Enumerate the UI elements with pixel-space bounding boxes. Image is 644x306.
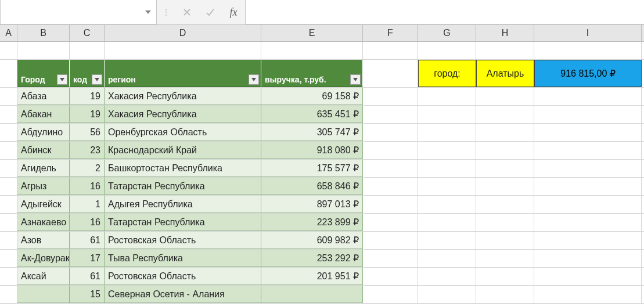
cell-revenue[interactable]: 897 013 ₽ [261, 196, 363, 213]
worksheet[interactable]: A B C D E F G H I Город [0, 25, 644, 306]
column-header-D[interactable]: D [105, 25, 261, 41]
cell-F3[interactable] [363, 88, 418, 105]
cell-F12[interactable] [363, 250, 418, 267]
cell-region[interactable]: Татарстан Республика [105, 178, 261, 195]
lookup-value-cell[interactable]: Алатырь [476, 60, 534, 87]
cell-region[interactable]: Башкортостан Республика [105, 160, 261, 177]
cell-I3[interactable] [534, 88, 642, 105]
cell-city[interactable]: Абинск [17, 142, 70, 159]
cell-city[interactable]: Агидель [17, 160, 70, 177]
cell-H1[interactable] [476, 42, 534, 59]
cell-F10[interactable] [363, 214, 418, 231]
filter-button-region[interactable] [249, 74, 259, 85]
column-header-E[interactable]: E [261, 25, 363, 41]
filter-button-code[interactable] [92, 74, 102, 85]
cell-A11[interactable] [0, 232, 17, 249]
cell-H7[interactable] [476, 160, 534, 177]
cancel-formula-button[interactable] [175, 0, 199, 24]
column-header-F[interactable]: F [363, 25, 418, 41]
column-header-I[interactable]: I [534, 25, 642, 41]
cell-H13[interactable] [476, 268, 534, 285]
cell-A8[interactable] [0, 178, 17, 195]
table-header-city[interactable]: Город [17, 60, 70, 87]
cell-A13[interactable] [0, 268, 17, 285]
cell-I13[interactable] [534, 268, 642, 285]
cell-H6[interactable] [476, 142, 534, 159]
cell-I14[interactable] [534, 286, 642, 303]
cell-H14[interactable] [476, 286, 534, 303]
cell-G9[interactable] [418, 196, 476, 213]
cell-A6[interactable] [0, 142, 17, 159]
filter-button-revenue[interactable] [350, 74, 361, 85]
cell-H12[interactable] [476, 250, 534, 267]
cell-revenue[interactable]: 175 577 ₽ [261, 160, 363, 177]
cell-city[interactable]: Абдулино [17, 124, 70, 141]
column-header-H[interactable]: H [476, 25, 534, 41]
cell-code[interactable]: 19 [70, 106, 105, 123]
cell-F5[interactable] [363, 124, 418, 141]
cell-region[interactable]: Краснодарский Край [105, 142, 261, 159]
column-header-C[interactable]: C [70, 25, 105, 41]
cell-F14[interactable] [363, 286, 418, 303]
cell-I6[interactable] [534, 142, 642, 159]
cell-A2[interactable] [0, 60, 17, 87]
cell-I9[interactable] [534, 196, 642, 213]
cell-F6[interactable] [363, 142, 418, 159]
cell-revenue[interactable]: 69 158 ₽ [261, 88, 363, 105]
cell-G3[interactable] [418, 88, 476, 105]
cell-I7[interactable] [534, 160, 642, 177]
cell-code[interactable]: 61 [70, 232, 105, 249]
cell-region[interactable]: Северная Осетия - Алания [105, 286, 261, 303]
cell-A3[interactable] [0, 88, 17, 105]
cell-F9[interactable] [363, 196, 418, 213]
cell-region[interactable]: Ростовская Область [105, 268, 261, 285]
cell-code[interactable]: 56 [70, 124, 105, 141]
cell-G1[interactable] [418, 42, 476, 59]
cell-A10[interactable] [0, 214, 17, 231]
cell-revenue[interactable]: 305 747 ₽ [261, 124, 363, 141]
cell-A12[interactable] [0, 250, 17, 267]
cell-F11[interactable] [363, 232, 418, 249]
cell-city[interactable]: Азнакаево [17, 214, 70, 231]
cell-I5[interactable] [534, 124, 642, 141]
cell-I8[interactable] [534, 178, 642, 195]
cell-city[interactable]: Азов [17, 232, 70, 249]
cell-D1[interactable] [105, 42, 261, 59]
cell-I4[interactable] [534, 106, 642, 123]
cell-B1[interactable] [17, 42, 70, 59]
table-header-region[interactable]: регион [105, 60, 261, 87]
cell-H8[interactable] [476, 178, 534, 195]
cell-G5[interactable] [418, 124, 476, 141]
cell-F7[interactable] [363, 160, 418, 177]
cell-code[interactable]: 17 [70, 250, 105, 267]
column-header-A[interactable]: A [0, 25, 17, 41]
cell-I1[interactable] [534, 42, 642, 59]
cell-revenue[interactable]: 658 846 ₽ [261, 178, 363, 195]
cell-A4[interactable] [0, 106, 17, 123]
cell-G8[interactable] [418, 178, 476, 195]
cell-city[interactable]: Адыгейск [17, 196, 70, 213]
cell-G14[interactable] [418, 286, 476, 303]
cell-region[interactable]: Хакасия Республика [105, 106, 261, 123]
name-box[interactable] [0, 0, 157, 24]
formula-input[interactable] [245, 0, 644, 24]
column-header-G[interactable]: G [418, 25, 476, 41]
cell-A1[interactable] [0, 42, 17, 59]
cell-region[interactable]: Адыгея Республика [105, 196, 261, 213]
cell-city[interactable]: Аксай [17, 268, 70, 285]
cell-F13[interactable] [363, 268, 418, 285]
cell-revenue[interactable]: 918 080 ₽ [261, 142, 363, 159]
table-header-revenue[interactable]: выручка, т.руб. [261, 60, 363, 87]
cell-G4[interactable] [418, 106, 476, 123]
cell-city[interactable]: Абакан [17, 106, 70, 123]
cell-G11[interactable] [418, 232, 476, 249]
cell-revenue[interactable]: 635 451 ₽ [261, 106, 363, 123]
cell-E1[interactable] [261, 42, 363, 59]
cell-code[interactable]: 1 [70, 196, 105, 213]
cell-F1[interactable] [363, 42, 418, 59]
cell-I10[interactable] [534, 214, 642, 231]
cell-region[interactable]: Ростовская Область [105, 232, 261, 249]
cell-G13[interactable] [418, 268, 476, 285]
accept-formula-button[interactable] [199, 0, 222, 24]
cell-region[interactable]: Тыва Республика [105, 250, 261, 267]
